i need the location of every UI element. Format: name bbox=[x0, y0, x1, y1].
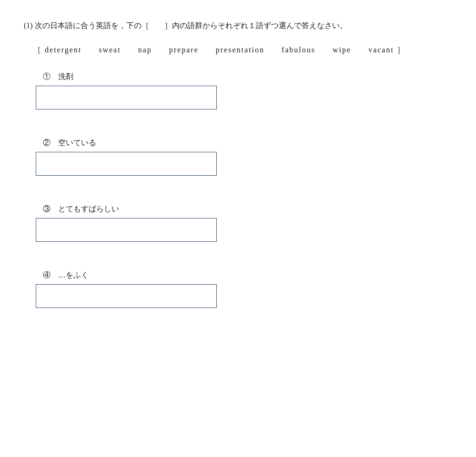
question-label-3: ③ とてもすばらしい bbox=[43, 204, 452, 214]
bracket-close: ］ bbox=[397, 46, 405, 54]
question-label-2: ② 空いている bbox=[43, 138, 452, 148]
instructions-text: (1) 次の日本語に合う英語を，下の［ ］内の語群からそれぞれ１語ずつ選んで答え… bbox=[24, 19, 452, 33]
question-label-4: ④ …をふく bbox=[43, 270, 452, 280]
question-block-2: ② 空いている bbox=[24, 138, 452, 176]
answer-box-2[interactable] bbox=[36, 152, 217, 176]
word-bank-words: detergent sweat nap prepare presentation… bbox=[45, 46, 394, 54]
answer-box-1[interactable] bbox=[36, 86, 217, 109]
answer-box-4[interactable] bbox=[36, 284, 217, 308]
question-block-1: ① 洗剤 bbox=[24, 72, 452, 109]
question-block-4: ④ …をふく bbox=[24, 270, 452, 308]
word-bank: ［ detergent sweat nap prepare presentati… bbox=[33, 42, 452, 58]
questions-container: ① 洗剤② 空いている③ とてもすばらしい④ …をふく bbox=[24, 72, 452, 308]
question-label-1: ① 洗剤 bbox=[43, 72, 452, 82]
answer-box-3[interactable] bbox=[36, 218, 217, 242]
bracket-open: ［ bbox=[33, 46, 42, 54]
question-block-3: ③ とてもすばらしい bbox=[24, 204, 452, 242]
